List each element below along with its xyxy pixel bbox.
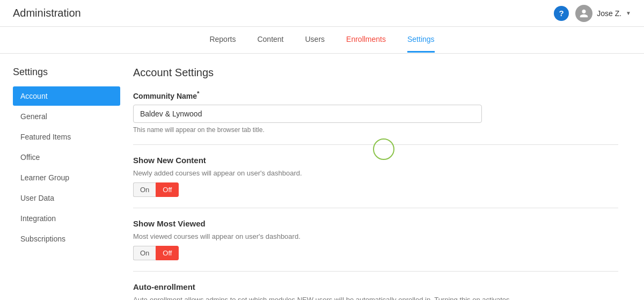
divider-3 [133, 271, 618, 272]
community-name-hint: This name will appear on the browser tab… [133, 126, 618, 134]
show-most-viewed-title: Show Most Viewed [133, 219, 618, 228]
tab-content[interactable]: Content [257, 27, 283, 53]
nav-tabs: Reports Content Users Enrollments Settin… [0, 27, 644, 54]
show-most-viewed-off[interactable]: Off [156, 246, 179, 260]
show-most-viewed-on[interactable]: On [133, 246, 156, 260]
show-new-content-desc: Newly added courses will appear on user'… [133, 169, 618, 177]
user-name: Jose Z. [597, 9, 621, 18]
app-title: Administration [13, 7, 81, 19]
page-title: Account Settings [133, 67, 618, 79]
help-icon[interactable]: ? [554, 6, 569, 21]
top-header: Administration ? Jose Z. ▼ [0, 0, 644, 27]
show-most-viewed-toggle: On Off [133, 246, 618, 260]
sidebar-item-learner-group[interactable]: Learner Group [13, 168, 120, 187]
user-menu[interactable]: Jose Z. ▼ [575, 5, 631, 22]
sidebar-item-subscriptions[interactable]: Subscriptions [13, 229, 120, 248]
main-content: Account Settings Community Name* This na… [120, 67, 631, 300]
chevron-down-icon: ▼ [626, 10, 631, 16]
sidebar-item-general[interactable]: General [13, 107, 120, 126]
tab-reports[interactable]: Reports [209, 27, 236, 53]
header-right: ? Jose Z. ▼ [554, 5, 631, 22]
sidebar-item-office[interactable]: Office [13, 148, 120, 167]
community-name-input[interactable] [133, 105, 482, 123]
auto-enrollment-section: Auto-enrollment Auto-enrollment allows a… [133, 282, 618, 300]
divider-2 [133, 208, 618, 208]
sidebar-item-featured-items[interactable]: Featured Items [13, 127, 120, 147]
show-new-content-section: Show New Content Newly added courses wil… [133, 156, 618, 197]
sidebar-item-account[interactable]: Account [13, 86, 120, 106]
community-name-section: Community Name* This name will appear on… [133, 90, 618, 134]
show-new-content-toggle: On Off [133, 182, 618, 197]
tab-enrollments[interactable]: Enrollments [346, 27, 386, 53]
auto-enrollment-desc: Auto-enrollment allows admins to set whi… [133, 296, 618, 300]
sidebar: Settings Account General Featured Items … [13, 67, 120, 300]
sidebar-title: Settings [13, 67, 120, 78]
show-new-content-off[interactable]: Off [156, 182, 179, 197]
auto-enrollment-title: Auto-enrollment [133, 282, 618, 291]
sidebar-item-user-data[interactable]: User Data [13, 188, 120, 208]
community-name-label: Community Name* [133, 90, 618, 100]
show-new-content-title: Show New Content [133, 156, 618, 165]
show-most-viewed-section: Show Most Viewed Most viewed courses wil… [133, 219, 618, 260]
divider-1 [133, 144, 618, 145]
sidebar-item-integration[interactable]: Integration [13, 209, 120, 228]
tab-users[interactable]: Users [305, 27, 325, 53]
tab-settings[interactable]: Settings [407, 27, 435, 53]
avatar [575, 5, 592, 22]
page-layout: Settings Account General Featured Items … [0, 54, 644, 300]
show-most-viewed-desc: Most viewed courses will appear on user'… [133, 232, 618, 240]
show-new-content-on[interactable]: On [133, 182, 156, 197]
